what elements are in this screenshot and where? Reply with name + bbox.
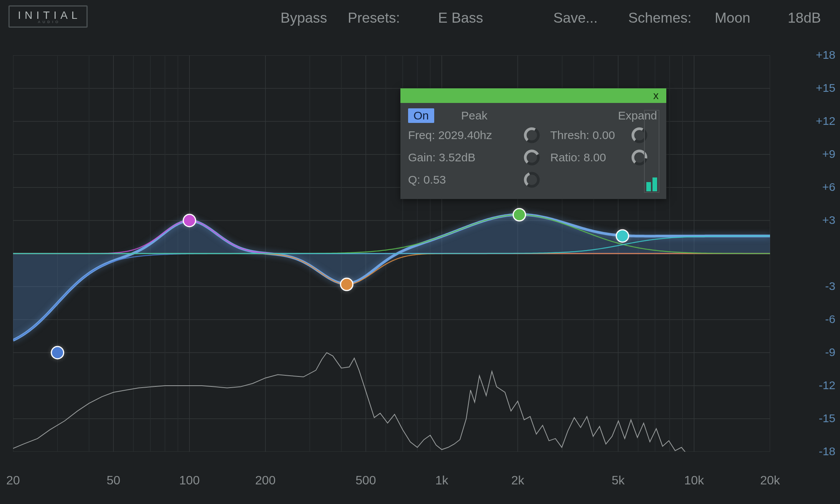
x-tick: 500 <box>355 473 376 487</box>
range-selector[interactable]: 18dB <box>788 10 821 26</box>
ratio-readout: Ratio: 8.00 <box>550 151 631 164</box>
schemes-label: Schemes: <box>628 10 692 26</box>
brand-logo: INITIAL AUDIO <box>8 5 88 28</box>
band-node-3[interactable] <box>340 278 353 290</box>
band-popup[interactable]: x On Peak Expand Freq: 2029.40hz Thresh:… <box>400 88 666 199</box>
y-tick: -18 <box>805 445 835 458</box>
toolbar: INITIAL AUDIO Bypass Presets: E Bass Sav… <box>0 0 840 37</box>
q-readout: Q: 0.53 <box>408 173 523 186</box>
band-popup-titlebar[interactable]: x <box>400 88 666 103</box>
y-tick: +3 <box>805 214 835 227</box>
x-tick: 5k <box>612 473 625 487</box>
q-knob[interactable] <box>523 171 540 188</box>
x-tick: 100 <box>179 473 199 487</box>
close-icon[interactable]: x <box>653 90 666 102</box>
y-tick: +6 <box>805 181 835 194</box>
freq-knob[interactable] <box>523 127 540 144</box>
x-tick: 50 <box>107 473 121 487</box>
y-tick: +15 <box>805 81 835 94</box>
y-tick: +18 <box>805 48 835 61</box>
band-node-1[interactable] <box>51 346 64 359</box>
x-tick: 1k <box>435 473 448 487</box>
x-tick: 20 <box>6 473 20 487</box>
gain-reduction-meter <box>644 110 659 193</box>
bypass-button[interactable]: Bypass <box>281 10 327 26</box>
thresh-readout: Thresh: 0.00 <box>550 129 631 142</box>
band-node-2[interactable] <box>183 214 196 227</box>
x-tick: 20k <box>760 473 780 487</box>
y-tick: -3 <box>805 280 835 293</box>
y-tick: -9 <box>805 346 835 359</box>
x-tick: 10k <box>684 473 704 487</box>
band-node-5[interactable] <box>616 230 629 242</box>
save-button[interactable]: Save... <box>553 10 598 26</box>
y-tick: -15 <box>805 412 835 425</box>
x-tick: 2k <box>511 473 524 487</box>
scheme-selector[interactable]: Moon <box>715 10 750 26</box>
band-type-select[interactable]: Peak <box>461 109 487 122</box>
band-on-button[interactable]: On <box>408 108 434 123</box>
brand-logo-sub: AUDIO <box>36 20 61 24</box>
band-node-4[interactable] <box>513 209 525 221</box>
y-tick: +12 <box>805 114 835 128</box>
gain-knob[interactable] <box>523 149 540 166</box>
freq-readout: Freq: 2029.40hz <box>408 129 523 142</box>
y-tick: -12 <box>805 379 835 392</box>
presets-label: Presets: <box>348 10 400 26</box>
y-tick: -6 <box>805 313 835 326</box>
y-tick: +9 <box>805 148 835 161</box>
x-tick: 200 <box>255 473 276 487</box>
preset-selector[interactable]: E Bass <box>438 10 483 26</box>
gain-readout: Gain: 3.52dB <box>408 151 523 164</box>
